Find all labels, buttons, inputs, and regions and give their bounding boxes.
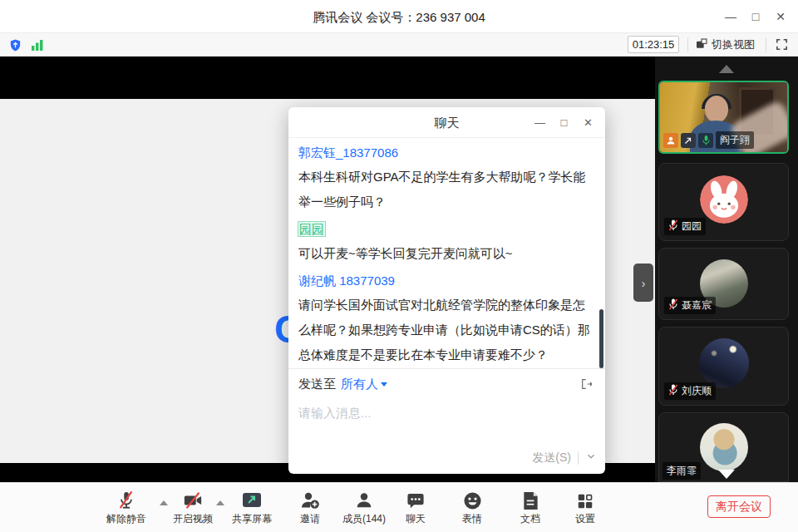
video-options-caret[interactable] <box>216 500 224 505</box>
close-icon[interactable]: ✕ <box>768 0 793 33</box>
screen-sharing-badge-icon <box>681 133 696 148</box>
chat-bubble-icon <box>389 490 442 510</box>
chat-button[interactable]: 聊天 <box>389 490 442 526</box>
docs-label: 文档 <box>504 512 557 526</box>
maximize-icon[interactable]: □ <box>743 0 768 33</box>
participant-tile[interactable]: 园园 <box>658 163 789 241</box>
mic-muted-icon <box>668 219 678 234</box>
mic-muted-icon <box>668 384 678 398</box>
chat-window: 聊天 — □ ✕ 郭宏钰_18377086 本科生科研对GPA不足的学生有多大帮… <box>288 107 605 474</box>
emoji-button[interactable]: 表情 <box>446 490 499 526</box>
caret-down-icon <box>381 382 387 387</box>
status-toolbar: 01:23:15 切换视图 <box>0 33 798 57</box>
separator <box>578 451 579 465</box>
settings-button[interactable]: 设置 <box>559 490 612 526</box>
chat-message-list[interactable]: 郭宏钰_18377086 本科生科研对GPA不足的学生有多大帮助呢？学长能举一些… <box>288 138 605 368</box>
popout-chat-icon[interactable] <box>580 377 594 394</box>
start-video-button[interactable]: 开启视频 <box>166 490 219 526</box>
participant-name-tag: 刘庆顺 <box>664 382 716 400</box>
chat-maximize-icon[interactable]: □ <box>552 107 576 138</box>
send-button[interactable]: 发送(S) <box>532 451 571 466</box>
chevron-right-icon: › <box>642 276 646 290</box>
start-video-label: 开启视频 <box>166 512 219 526</box>
message-text: 请问学长国外面试官对北航经管学院的整体印象是怎么样呢？如果想跨专业申请（比如说申… <box>298 293 595 367</box>
members-person-icon <box>337 490 391 510</box>
title-bar: 腾讯会议 会议号：236 937 004 — □ ✕ <box>0 0 798 33</box>
switch-view-icon <box>695 37 708 53</box>
document-icon <box>504 490 557 510</box>
chat-footer: 发送至 所有人 发送(S) <box>288 368 605 474</box>
participant-avatar <box>700 175 748 224</box>
window-title: 腾讯会议 会议号：236 937 004 <box>0 10 798 26</box>
message-sender[interactable]: 谢纪帆 18377039 <box>298 272 595 290</box>
message-sender[interactable]: 郭宏钰_18377086 <box>298 144 595 162</box>
scroll-down-icon[interactable] <box>718 470 735 479</box>
message-input[interactable] <box>298 402 595 422</box>
participant-name-tag: 李雨霏 <box>663 462 701 480</box>
participant-status-row: 阎子翧 <box>663 131 754 149</box>
participant-tile[interactable]: 聂嘉宸 <box>658 248 789 320</box>
switch-view-label: 切换视图 <box>712 37 755 52</box>
participant-name: 园园 <box>682 219 702 234</box>
chat-scrollbar[interactable] <box>599 309 603 368</box>
message-sender: 园园 <box>298 220 595 239</box>
chat-title-bar[interactable]: 聊天 — □ ✕ <box>288 107 605 138</box>
scroll-up-icon[interactable] <box>719 65 734 73</box>
participant-avatar <box>700 423 748 471</box>
participant-video-tile[interactable]: 阎子翧 <box>658 81 789 154</box>
signal-strength-icon[interactable] <box>31 38 44 55</box>
mic-on-icon <box>698 133 713 148</box>
camera-off-icon <box>166 490 219 510</box>
switch-view-button[interactable]: 切换视图 <box>695 36 755 54</box>
mic-muted-icon <box>100 490 153 510</box>
unmute-label: 解除静音 <box>100 512 153 526</box>
share-screen-label: 共享屏幕 <box>225 512 278 526</box>
members-button[interactable]: 成员(144) <box>337 490 391 526</box>
participant-tile[interactable]: 刘庆顺 <box>658 327 789 406</box>
chat-message: 郭宏钰_18377086 本科生科研对GPA不足的学生有多大帮助呢？学长能举一些… <box>288 144 605 214</box>
chat-message: 谢纪帆 18377039 请问学长国外面试官对北航经管学院的整体印象是怎么样呢？… <box>288 272 605 367</box>
sidebar-collapse-handle[interactable]: › <box>633 264 653 302</box>
members-label: 成员(144) <box>337 512 391 526</box>
minimize-icon[interactable]: — <box>718 0 743 33</box>
chat-window-controls: — □ ✕ <box>528 107 600 138</box>
settings-label: 设置 <box>559 512 612 526</box>
message-text: 可以开麦~等学长回复完开麦问就可以~ <box>298 241 595 266</box>
share-screen-button[interactable]: 共享屏幕 <box>225 490 278 526</box>
invite-person-icon <box>283 490 337 510</box>
meeting-timer: 01:23:15 <box>628 36 679 53</box>
mic-muted-icon <box>668 298 678 313</box>
participant-name: 李雨霏 <box>667 464 697 478</box>
send-to-label: 发送至 <box>298 377 336 392</box>
chat-minimize-icon[interactable]: — <box>528 107 552 138</box>
share-screen-icon <box>225 490 278 510</box>
chat-label: 聊天 <box>389 512 442 526</box>
send-to-selector[interactable]: 所有人 <box>341 377 387 392</box>
network-security-shield-icon[interactable] <box>8 38 22 56</box>
unmute-button[interactable]: 解除静音 <box>100 490 153 526</box>
docs-button[interactable]: 文档 <box>504 490 557 526</box>
separator <box>687 37 688 52</box>
participant-name: 聂嘉宸 <box>682 298 712 313</box>
emoji-label: 表情 <box>446 512 499 526</box>
participant-name: 刘庆顺 <box>682 384 712 398</box>
invite-label: 邀请 <box>283 512 337 526</box>
invite-button[interactable]: 邀请 <box>283 490 337 526</box>
participant-name-tag: 聂嘉宸 <box>664 297 716 314</box>
participants-sidebar: 阎子翧 园园 聂嘉宸 <box>655 57 798 482</box>
fullscreen-icon[interactable] <box>775 37 789 55</box>
chat-message: 园园 可以开麦~等学长回复完开麦问就可以~ <box>288 220 605 266</box>
settings-grid-icon <box>559 490 612 510</box>
send-options-chevron-icon[interactable] <box>585 451 597 466</box>
separator <box>766 37 766 52</box>
participant-name: 阎子翧 <box>716 131 754 149</box>
window-controls: — □ ✕ <box>718 0 793 33</box>
tencent-meeting-window: 腾讯会议 会议号：236 937 004 — □ ✕ 01:23:15 切换视图 <box>0 0 798 532</box>
leave-meeting-button[interactable]: 离开会议 <box>707 495 771 518</box>
send-to-row: 发送至 所有人 <box>298 377 387 392</box>
host-badge-icon <box>663 133 678 148</box>
smiley-icon <box>446 490 499 510</box>
participant-avatar <box>699 338 749 388</box>
meeting-toolbar: 解除静音 开启视频 共享屏幕 邀请 成员(144) <box>0 482 798 532</box>
chat-close-icon[interactable]: ✕ <box>576 107 600 138</box>
